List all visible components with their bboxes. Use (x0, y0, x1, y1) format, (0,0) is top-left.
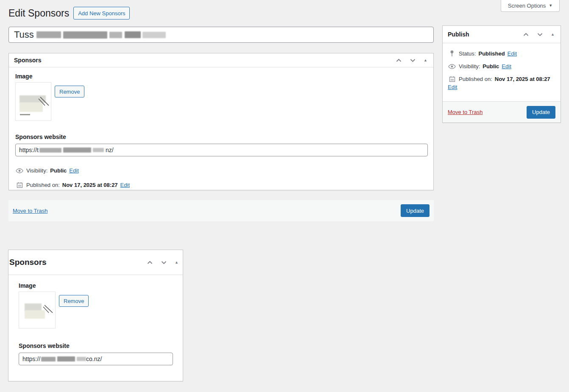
edit-visibility-link[interactable]: Edit (502, 63, 511, 70)
sponsors-metabox-title: Sponsors (14, 57, 42, 64)
published-row: Published on: Nov 17, 2025 at 08:27 (448, 76, 555, 82)
website-url-suffix: co.nz/ (86, 356, 102, 362)
published-label: Published on: (459, 76, 492, 82)
visibility-label: Visibility: (26, 167, 47, 174)
status-value: Published (478, 50, 505, 57)
chevron-down-icon: ▼ (549, 4, 552, 8)
move-down-icon[interactable] (536, 31, 544, 38)
redacted-text (39, 148, 61, 153)
sponsors-metabox: Sponsors ▲ Image (8, 53, 434, 190)
visibility-label: Visibility: (459, 63, 480, 70)
sponsor-logo-image (19, 292, 56, 328)
redacted-text (36, 31, 61, 38)
image-field-row: Remove (19, 292, 173, 328)
sponsors-website-input[interactable]: https:// co.nz/ (19, 353, 173, 365)
publish-actions-footer: Move to Trash Update (443, 101, 561, 122)
visibility-value: Public (50, 167, 67, 174)
move-down-icon[interactable] (160, 259, 168, 266)
publish-metabox-body: Status: Published Edit Visibility: Publi… (443, 43, 561, 90)
sponsors-metabox-header: Sponsors ▲ (8, 250, 183, 275)
edit-published-link[interactable]: Edit (120, 182, 130, 188)
toggle-panel-icon[interactable]: ▲ (550, 32, 555, 37)
publish-metabox-header: Publish ▲ (443, 26, 561, 43)
sponsors-metabox-duplicate: Sponsors ▲ Image (8, 250, 183, 381)
page-title: Edit Sponsors (8, 7, 69, 19)
move-up-icon[interactable] (395, 57, 403, 64)
published-label: Published on: (26, 182, 60, 188)
edit-status-link[interactable]: Edit (508, 50, 517, 57)
redacted-text (57, 356, 75, 361)
edit-published-link[interactable]: Edit (448, 84, 457, 90)
redacted-text (125, 31, 141, 38)
status-label: Status: (459, 50, 476, 57)
edit-visibility-link[interactable]: Edit (69, 167, 78, 174)
sponsor-logo-image (15, 82, 51, 121)
website-url-prefix: https:// (22, 356, 40, 362)
publish-metabox: Publish ▲ Status: Published Ed (442, 25, 561, 123)
redacted-text (109, 32, 122, 38)
move-to-trash-link[interactable]: Move to Trash (13, 208, 47, 214)
post-title-visible-text: Tuss (14, 29, 34, 40)
remove-image-button[interactable]: Remove (59, 295, 89, 307)
redacted-text (93, 148, 104, 152)
image-field-label: Image (19, 282, 173, 289)
visibility-row: Visibility: Public Edit (15, 167, 427, 174)
redacted-text (77, 357, 86, 361)
remove-image-button[interactable]: Remove (55, 86, 84, 97)
eye-icon (15, 168, 24, 173)
calendar-icon (15, 182, 24, 188)
metabox-handle-actions: ▲ (146, 259, 179, 266)
page-header: Edit Sponsors Add New Sponsors (8, 7, 130, 19)
visibility-value: Public (483, 63, 499, 70)
move-up-icon[interactable] (146, 259, 154, 266)
screen-options-label: Screen Options (508, 3, 546, 9)
pin-icon (448, 50, 456, 57)
published-value: Nov 17, 2025 at 08:27 (62, 182, 118, 188)
redacted-text (142, 32, 166, 38)
redacted-text (63, 31, 107, 39)
update-button[interactable]: Update (401, 204, 430, 217)
eye-icon (448, 64, 456, 69)
redacted-text (63, 147, 91, 153)
website-field-label: Sponsors website (15, 133, 427, 140)
move-up-icon[interactable] (522, 31, 530, 38)
website-field-label: Sponsors website (19, 342, 173, 349)
main-actions-bar: Move to Trash Update (8, 200, 434, 221)
image-field-label: Image (15, 73, 427, 80)
toggle-panel-icon[interactable]: ▲ (423, 58, 428, 63)
image-field-row: Remove (15, 82, 427, 121)
published-row: Published on: Nov 17, 2025 at 08:27 Edit (15, 182, 427, 188)
move-down-icon[interactable] (409, 57, 417, 64)
post-title-input[interactable]: Tuss (8, 27, 434, 43)
published-value: Nov 17, 2025 at 08:27 (495, 76, 550, 82)
metabox-handle-actions: ▲ (395, 57, 428, 64)
calendar-icon (448, 76, 456, 82)
redacted-text (41, 357, 56, 361)
website-url-prefix: https://t (19, 147, 39, 153)
sponsors-metabox-body: Image Remove Sponsors website https://t (9, 67, 433, 194)
status-row: Status: Published Edit (448, 50, 555, 57)
sponsors-website-input[interactable]: https://t nz/ (15, 144, 428, 156)
toggle-panel-icon[interactable]: ▲ (174, 260, 179, 265)
update-button[interactable]: Update (527, 106, 555, 119)
visibility-row: Visibility: Public Edit (448, 63, 555, 70)
sponsors-metabox-header: Sponsors ▲ (9, 53, 433, 67)
website-url-suffix: nz/ (106, 147, 114, 153)
publish-metabox-title: Publish (448, 31, 469, 38)
add-new-sponsors-button[interactable]: Add New Sponsors (73, 7, 130, 19)
sponsors-metabox-title: Sponsors (9, 258, 47, 267)
metabox-handle-actions: ▲ (522, 31, 555, 38)
sponsors-metabox-body: Image Remove Sponsors website https:// (8, 275, 183, 373)
edit-sponsors-page: Screen Options ▼ Edit Sponsors Add New S… (0, 0, 569, 392)
screen-options-button[interactable]: Screen Options ▼ (501, 0, 560, 12)
move-to-trash-link[interactable]: Move to Trash (448, 109, 483, 115)
